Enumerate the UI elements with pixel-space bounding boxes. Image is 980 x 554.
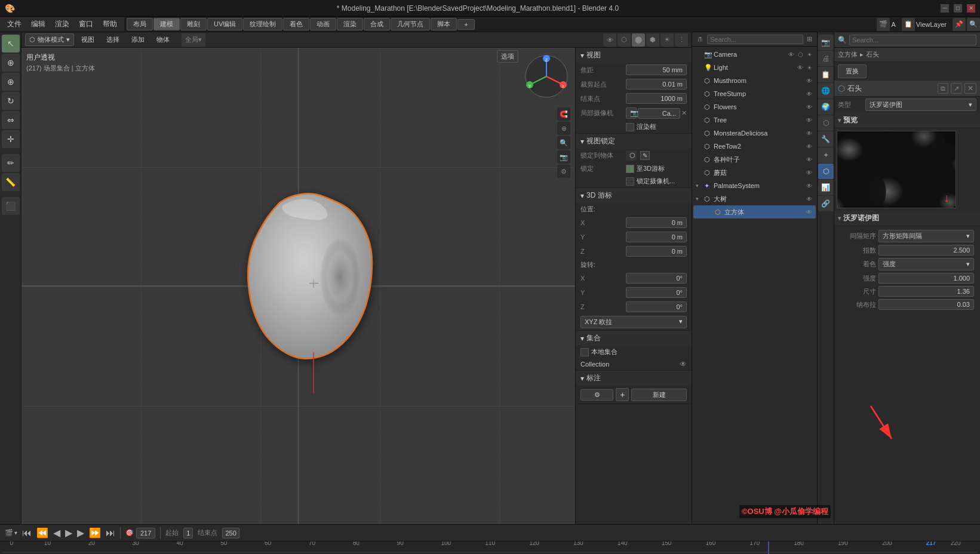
select-menu[interactable]: 选择	[102, 34, 124, 45]
randomness-value[interactable]: 0.03	[878, 299, 974, 310]
maximize-button[interactable]: □	[954, 4, 962, 13]
move-tool[interactable]: ⊕	[2, 73, 20, 91]
monstera-eye[interactable]: 👁	[805, 129, 813, 137]
view-layer-props-icon[interactable]: 📋	[818, 67, 834, 82]
material-props-icon[interactable]: ⬡	[818, 164, 834, 179]
local-camera-name[interactable]: Ca...	[638, 108, 680, 119]
outliner-search-input[interactable]	[707, 35, 803, 44]
tab-animation[interactable]: 动画	[310, 18, 336, 30]
options-button[interactable]: 选项	[497, 50, 518, 63]
search-global-icon[interactable]: 🔍	[967, 18, 980, 31]
add-menu[interactable]: 添加	[127, 34, 149, 45]
tree-item-camera[interactable]: 📷 Camera 👁 ⬡ ☀	[693, 48, 816, 61]
outliner-toggle-btn[interactable]: ⊞	[804, 35, 815, 44]
step-back-btn[interactable]: ⏪	[36, 527, 48, 538]
viewlayer-icon[interactable]: 📋	[902, 18, 915, 31]
outliner-filter-btn[interactable]: ⫚	[695, 35, 706, 44]
scene-props-icon[interactable]: 🌐	[818, 83, 834, 99]
treestump-eye[interactable]: 👁	[805, 90, 813, 98]
snap-icon[interactable]: 🧲	[557, 107, 570, 121]
tab-sculpt[interactable]: 雕刻	[180, 18, 207, 30]
tab-uv[interactable]: UV编辑	[207, 18, 242, 30]
step-fwd-btn[interactable]: ⏩	[89, 527, 101, 538]
tab-compositing[interactable]: 合成	[364, 18, 390, 30]
data-props-icon[interactable]: 📊	[818, 180, 834, 195]
add-cube-tool[interactable]: ⬛	[2, 197, 20, 215]
tab-layout[interactable]: 布局	[127, 18, 153, 30]
local-camera-icon-btn[interactable]: 📷	[626, 107, 637, 119]
node-copy-btn[interactable]: ⧉	[938, 83, 948, 94]
scene-icon[interactable]: 🎬	[877, 18, 890, 31]
menu-render[interactable]: 渲染	[50, 18, 74, 30]
cursor-rot-x-value[interactable]: 0°	[626, 273, 687, 284]
viewport-3d[interactable]: 用户透视 (217) 场景集合 | 立方体	[21, 48, 575, 524]
end-val[interactable]: 250	[222, 528, 239, 538]
focal-value[interactable]: 50 mm	[626, 64, 687, 75]
viewport-shading-wireframe[interactable]: ⬡	[618, 33, 631, 47]
annotation-options-btn[interactable]: ⚙	[580, 389, 613, 401]
props-search-input[interactable]	[849, 35, 976, 45]
menu-edit[interactable]: 编辑	[26, 18, 50, 30]
cursor-y-value[interactable]: 0 m	[626, 232, 687, 242]
preview-section-header[interactable]: ▾ 预览	[834, 113, 980, 128]
cursor-rot-mode[interactable]: XYZ 欧拉 ▾	[580, 316, 687, 328]
world-props-icon[interactable]: 🌍	[818, 99, 834, 115]
exponent-value[interactable]: 2.500	[878, 245, 974, 256]
tree-item-cube[interactable]: ⬡ 立方体 👁	[693, 205, 816, 218]
bigtree-eye[interactable]: 👁	[805, 195, 813, 203]
tab-plus[interactable]: +	[457, 19, 474, 30]
render-props-icon[interactable]: 📷	[818, 35, 834, 50]
clip-start-value[interactable]: 0.01 m	[626, 79, 687, 90]
transform-tool[interactable]: ✛	[2, 130, 20, 148]
collection-section-header[interactable]: ▾ 集合	[576, 331, 692, 346]
local-collection-checkbox[interactable]	[580, 348, 589, 356]
tree-item-bigtree[interactable]: ▾ ⬡ 大树 👁	[693, 192, 816, 205]
viewport-extras-icon[interactable]: ⋮	[675, 33, 688, 47]
light-eye[interactable]: 👁	[796, 63, 804, 72]
cursor-tool[interactable]: ⊕	[2, 54, 20, 72]
cube-eye[interactable]: 👁	[805, 208, 813, 216]
tab-render[interactable]: 渲染	[337, 18, 363, 30]
select-box-tool[interactable]: ↖	[2, 35, 20, 53]
type-dropdown[interactable]: 沃罗诺伊图 ▾	[865, 99, 976, 111]
play-btn[interactable]: ▶	[65, 527, 72, 538]
tree-item-tree[interactable]: ⬡ Tree 👁	[693, 113, 816, 127]
color-type-dropdown[interactable]: 强度 ▾	[878, 258, 974, 270]
viewport-overlay-icon[interactable]: 👁	[603, 33, 616, 47]
tree-item-mushroom2[interactable]: ⬡ 蘑菇 👁	[693, 166, 816, 179]
tree-item-monstera[interactable]: ⬡ MonsteraDeliciosa 👁	[693, 127, 816, 140]
cursor-3d-icon[interactable]: ⊕	[557, 122, 570, 135]
tree-eye[interactable]: 👁	[805, 116, 813, 124]
tree-item-musthroom[interactable]: ⬡ Musthroom 👁	[693, 74, 816, 87]
prev-frame-btn[interactable]: ◀	[53, 527, 60, 538]
modifier-props-icon[interactable]: 🔧	[818, 131, 834, 147]
musthroom-eye[interactable]: 👁	[805, 76, 813, 85]
cursor-z-value[interactable]: 0 m	[626, 246, 687, 257]
view-lock-header[interactable]: ▾ 视图锁定	[576, 134, 692, 149]
lock-camera-checkbox[interactable]	[626, 177, 634, 186]
menu-window[interactable]: 窗口	[74, 18, 98, 30]
tree-item-reetow2[interactable]: ⬡ ReeTow2 👁	[693, 140, 816, 153]
tree-item-treestump[interactable]: ⬡ TreeStump 👁	[693, 87, 816, 100]
object-props-icon[interactable]: ⬡	[818, 115, 834, 131]
last-frame-btn[interactable]: ⏭	[106, 528, 115, 538]
menu-help[interactable]: 帮助	[98, 18, 122, 30]
pin-icon[interactable]: 📌	[953, 18, 966, 31]
close-button[interactable]: ✕	[967, 4, 975, 13]
viewport-shading-solid[interactable]: ⬤	[632, 33, 645, 47]
scale-tool[interactable]: ⇔	[2, 111, 20, 129]
current-frame-num[interactable]: 217	[136, 528, 155, 538]
tab-texture[interactable]: 纹理绘制	[243, 18, 282, 30]
mode-selector[interactable]: ⬡ 物体模式 ▾	[25, 33, 74, 46]
distance-dropdown[interactable]: 方形矩阵间隔 ▾	[878, 230, 974, 242]
output-props-icon[interactable]: 🖨	[818, 51, 834, 66]
voronoi-section-header[interactable]: ▾ 沃罗诺伊图	[834, 211, 980, 226]
viewport-shading-rendered[interactable]: ☀	[660, 33, 674, 47]
collection-name-val[interactable]: Collection	[580, 361, 676, 368]
mushroom2-eye[interactable]: 👁	[805, 168, 813, 177]
lock-3d-cursor-checkbox[interactable]	[626, 165, 634, 173]
minimize-button[interactable]: ─	[941, 4, 949, 13]
timeline-mode-btn[interactable]: 🎬▾	[5, 529, 17, 537]
menu-file[interactable]: 文件	[2, 18, 26, 30]
render-region-checkbox[interactable]	[626, 123, 634, 131]
